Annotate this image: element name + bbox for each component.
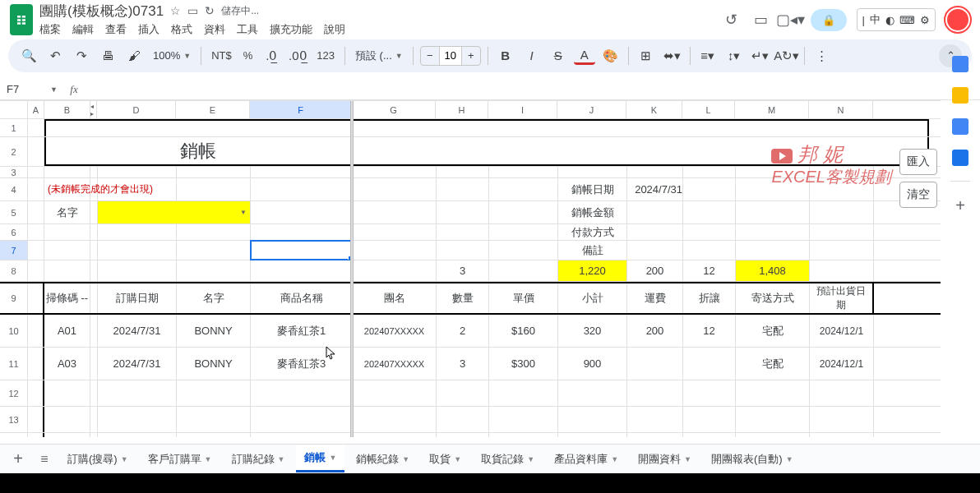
tasks-icon[interactable] (952, 118, 968, 135)
comments-icon[interactable]: ▭ (751, 10, 771, 30)
menu-view[interactable]: 查看 (105, 22, 127, 37)
history-icon[interactable]: ↺ (722, 10, 742, 30)
h-align-icon[interactable]: ≡▾ (697, 45, 719, 67)
sheet-tab[interactable]: 客戶訂購單▼ (140, 447, 220, 472)
clear-button[interactable]: 清空 (899, 182, 937, 208)
col-F[interactable]: F (250, 101, 352, 118)
menu-insert[interactable]: 插入 (138, 22, 159, 37)
currency-format-button[interactable]: NT$ (208, 49, 235, 62)
col-A[interactable]: A (28, 101, 44, 118)
ime-half-icon: ◐ (885, 14, 894, 26)
col-H[interactable]: H (436, 101, 488, 118)
meet-icon[interactable]: ▢◂▾ (781, 10, 801, 30)
sheet-tab[interactable]: 取貨記錄▼ (473, 447, 543, 472)
paint-format-icon[interactable]: 🖌 (123, 45, 145, 67)
menu-edit[interactable]: 編輯 (72, 22, 94, 37)
account-avatar[interactable] (945, 7, 970, 32)
col-C-hidden[interactable]: ◂ ▸ (90, 101, 97, 118)
fx-icon[interactable]: fx (64, 83, 84, 96)
table-row: 11 A03 2024/7/31 BONNY 麥香紅茶3 202407XXXXX… (0, 348, 941, 380)
font-size-input[interactable] (439, 47, 462, 65)
col-G[interactable]: G (352, 101, 436, 118)
sheet-tab[interactable]: 取貨▼ (421, 447, 469, 472)
font-size-minus[interactable]: − (421, 49, 439, 62)
undo-icon[interactable]: ↶ (44, 45, 66, 67)
more-formats-button[interactable]: 123 (313, 49, 338, 62)
col-M[interactable]: M (735, 101, 809, 118)
sheet-tab[interactable]: 銷帳紀錄▼ (348, 447, 418, 472)
italic-icon[interactable]: I (521, 45, 543, 67)
sheets-app-icon[interactable] (10, 4, 33, 35)
col-N[interactable]: N (809, 101, 873, 118)
contacts-icon[interactable] (952, 150, 968, 166)
rotate-icon[interactable]: A↻▾ (776, 45, 797, 67)
redo-icon[interactable]: ↷ (71, 45, 92, 67)
freeze-pane-handle[interactable] (350, 101, 354, 437)
borders-icon[interactable]: ⊞ (636, 45, 657, 67)
active-cell[interactable] (251, 241, 353, 260)
print-icon[interactable]: 🖶 (97, 45, 118, 67)
sheet-tab[interactable]: 產品資料庫▼ (546, 447, 626, 472)
all-sheets-button[interactable]: ≡ (33, 452, 56, 467)
label-payment: 付款方式 (558, 224, 627, 240)
wrap-icon[interactable]: ↵▾ (750, 45, 771, 67)
menu-extensions[interactable]: 擴充功能 (270, 22, 312, 37)
doc-title[interactable]: 團購(模板概念)0731 (39, 2, 164, 21)
percent-format-button[interactable]: % (240, 49, 257, 62)
bold-icon[interactable]: B (495, 45, 516, 67)
fill-color-icon[interactable]: 🎨 (600, 45, 622, 67)
formula-input[interactable] (84, 83, 975, 95)
menu-file[interactable]: 檔案 (39, 22, 61, 37)
title-bar: 團購(模板概念)0731 ☆ ▭ ↻ 儲存中... 檔案 編輯 查看 插入 格式… (0, 0, 980, 39)
col-L[interactable]: L (682, 101, 735, 118)
col-D[interactable]: D (97, 101, 176, 118)
name-box[interactable]: F7▼ (0, 83, 64, 95)
font-size-plus[interactable]: + (462, 49, 480, 62)
more-icon[interactable]: ⋮ (811, 45, 833, 67)
col-K[interactable]: K (626, 101, 682, 118)
sheet-tab[interactable]: 開團報表(自動)▼ (703, 447, 802, 472)
font-dropdown[interactable]: 預設 (...▼ (352, 48, 406, 63)
move-folder-icon[interactable]: ▭ (187, 4, 198, 17)
cloud-status-icon[interactable]: ↻ (205, 4, 215, 17)
label-amount: 銷帳金額 (558, 201, 627, 223)
menu-help[interactable]: 說明 (324, 22, 345, 37)
name-dropdown[interactable] (98, 201, 251, 223)
font-size-stepper[interactable]: − + (420, 46, 481, 66)
decrease-decimal-icon[interactable]: .0̲ (261, 45, 282, 67)
merge-cells-icon[interactable]: ⬌▾ (662, 45, 683, 67)
bottom-blackbar (0, 473, 980, 493)
ime-gear-icon: ⚙ (920, 14, 930, 26)
increase-decimal-icon[interactable]: .00̲ (287, 45, 308, 67)
title-cell: 銷帳 (44, 137, 352, 166)
spreadsheet-grid[interactable]: A B ◂ ▸ D E F G H I J K L M N 1 2 銷帳 3 (0, 100, 941, 437)
v-align-icon[interactable]: ↕▾ (723, 45, 745, 67)
zoom-dropdown[interactable]: 100%▼ (150, 49, 194, 62)
add-addon-icon[interactable]: + (955, 196, 965, 215)
col-I[interactable]: I (488, 101, 557, 118)
menu-format[interactable]: 格式 (171, 22, 192, 37)
calendar-icon[interactable] (952, 56, 968, 72)
search-icon[interactable]: 🔍 (18, 45, 39, 67)
share-button[interactable]: 🔒 (811, 9, 847, 31)
sheet-tab-active[interactable]: 銷帳▼ (296, 445, 344, 472)
strikethrough-icon[interactable]: S (548, 45, 569, 67)
star-icon[interactable]: ☆ (170, 4, 181, 17)
text-color-icon[interactable]: A (574, 46, 595, 65)
col-E[interactable]: E (176, 101, 250, 118)
sheet-tab[interactable]: 訂購(搜尋)▼ (59, 447, 136, 472)
sheet-tab[interactable]: 開團資料▼ (630, 447, 700, 472)
col-J[interactable]: J (557, 101, 626, 118)
ime-mode: 中 (870, 12, 881, 27)
menu-data[interactable]: 資料 (204, 22, 225, 37)
sheet-tab[interactable]: 訂購紀錄▼ (224, 447, 294, 472)
col-B[interactable]: B (44, 101, 90, 118)
import-button[interactable]: 匯入 (899, 149, 937, 175)
total-discount: 12 (683, 260, 736, 281)
select-all-corner[interactable] (0, 101, 28, 118)
keep-icon[interactable] (952, 87, 968, 104)
label-note: 備註 (558, 241, 627, 260)
ime-selector[interactable]: |中 ◐ ⌨ ⚙ (857, 8, 936, 31)
add-sheet-button[interactable]: + (7, 449, 30, 468)
menu-tools[interactable]: 工具 (237, 22, 258, 37)
